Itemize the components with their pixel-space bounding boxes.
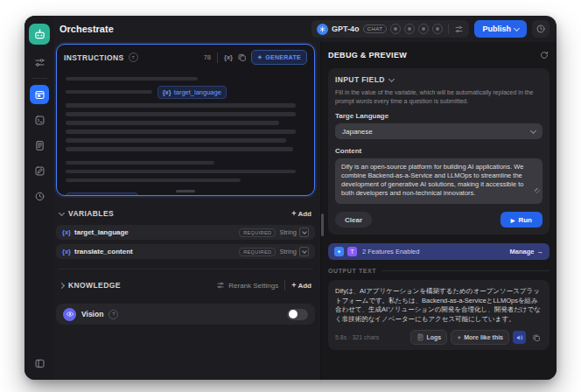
variable-type-label: String xyxy=(279,228,297,236)
variable-icon: {x} xyxy=(163,88,172,96)
scrollbar-thumb[interactable] xyxy=(321,214,324,236)
speaker-icon[interactable] xyxy=(513,331,526,344)
arrow-right-icon: → xyxy=(537,248,544,256)
vision-eye-icon xyxy=(63,308,76,321)
variable-row-translate-content[interactable]: {x} translate_content REQUIRED String xyxy=(56,244,315,259)
type-dropdown-icon xyxy=(299,247,309,256)
orchestrate-pane: INSTRUCTIONS ? 78 {x} xyxy=(54,42,320,380)
model-mode-badge: CHAT xyxy=(363,24,388,33)
required-badge: REQUIRED xyxy=(239,228,276,237)
rail-item-history-clock-icon[interactable] xyxy=(30,186,49,206)
generate-button[interactable]: ✦ GENERATE xyxy=(251,50,307,65)
content-area: INSTRUCTIONS ? 78 {x} xyxy=(54,42,556,380)
screenshot-stage: Orchestrate GPT-4o CHAT xyxy=(0,0,581,392)
redacted-text-line xyxy=(66,147,293,151)
plus-icon: + xyxy=(291,210,296,217)
rail-divider xyxy=(32,78,47,79)
variables-title: VARIABLES xyxy=(68,209,114,218)
content-textarea[interactable]: Dify is an open-source platform for buil… xyxy=(335,158,542,204)
output-text: Difyは、AIアプリケーションを構築するためのオープンソースプラットフォームで… xyxy=(335,287,542,324)
redacted-text-line xyxy=(66,178,241,183)
output-card: Difyは、AIアプリケーションを構築するためのオープンソースプラットフォームで… xyxy=(328,280,550,350)
more-like-this-label: More like this xyxy=(464,334,503,340)
rail-item-api-access[interactable] xyxy=(30,110,49,130)
output-footer: 5.8s · 321 chars Logs ✦ More like this xyxy=(335,330,542,345)
input-field-header[interactable]: INPUT FIELD xyxy=(335,75,542,84)
run-button[interactable]: ▶ Run xyxy=(500,212,542,228)
output-meta: 5.8s · 321 chars xyxy=(335,334,407,340)
publish-button[interactable]: Publish xyxy=(474,20,527,38)
app-window: Orchestrate GPT-4o CHAT xyxy=(24,16,556,380)
plus-icon: + xyxy=(291,282,296,289)
section-divider xyxy=(58,269,313,270)
resize-drag-handle[interactable] xyxy=(176,190,195,192)
textarea-resize-grip[interactable] xyxy=(535,188,540,193)
instructions-editor[interactable]: INSTRUCTIONS ? 78 {x} xyxy=(56,44,315,196)
capability-badge-icon xyxy=(404,24,415,34)
redacted-text-line xyxy=(66,161,214,165)
model-params-sliders-icon[interactable] xyxy=(454,24,464,34)
header-divider xyxy=(284,280,285,290)
language-select[interactable]: Japanese xyxy=(335,123,542,139)
sparkle-icon: ✦ xyxy=(457,334,461,340)
rail-item-annotation[interactable] xyxy=(30,161,49,180)
copy-icon[interactable] xyxy=(237,52,247,62)
manage-features-button[interactable]: Manage → xyxy=(510,248,543,256)
collapse-panel-icon[interactable] xyxy=(30,354,49,373)
redacted-text-line xyxy=(66,170,296,174)
model-selector[interactable]: GPT-4o CHAT xyxy=(312,20,469,38)
play-icon: ▶ xyxy=(511,217,515,223)
instructions-body[interactable]: {x} target_language xyxy=(57,68,314,195)
output-section-header: OUTPUT TEXT xyxy=(328,268,550,274)
chevron-down-icon xyxy=(530,127,536,133)
variable-type-label: String xyxy=(279,248,297,256)
vision-toggle[interactable] xyxy=(287,309,308,320)
rail-item-orchestrate[interactable] xyxy=(30,85,49,104)
debug-header: DEBUG & PREVIEW xyxy=(328,49,550,61)
add-variable-button[interactable]: + Add xyxy=(291,210,312,218)
more-like-this-button[interactable]: ✦ More like this xyxy=(451,330,509,345)
input-field-title: INPUT FIELD xyxy=(335,75,385,84)
insert-variable-icon[interactable]: {x} xyxy=(224,53,233,61)
variable-type-dropdown[interactable]: String xyxy=(279,228,309,237)
copy-icon[interactable] xyxy=(529,331,542,344)
header-divider xyxy=(217,52,218,63)
form-actions: Clear ▶ Run xyxy=(335,212,542,228)
variable-chip-translate-content[interactable]: {x} translate_content xyxy=(66,192,138,195)
type-dropdown-icon xyxy=(299,228,309,237)
rail-item-logs[interactable] xyxy=(30,136,49,155)
capability-badge-icon xyxy=(418,24,429,34)
variable-chip-label: target_language xyxy=(174,88,221,96)
add-knowledge-button[interactable]: + Add xyxy=(291,282,312,290)
version-history-button[interactable] xyxy=(532,20,550,38)
page-title: Orchestrate xyxy=(60,24,306,34)
content-field-label: Content xyxy=(335,147,542,155)
variable-icon: {x} xyxy=(62,248,71,256)
variable-chip-target-language[interactable]: {x} target_language xyxy=(158,86,227,99)
refresh-icon[interactable] xyxy=(539,50,550,60)
variable-row-target-language[interactable]: {x} target_language REQUIRED String xyxy=(56,225,315,240)
app-logo-robot-icon[interactable] xyxy=(29,24,50,45)
variable-type-dropdown[interactable]: String xyxy=(279,247,309,256)
output-header-rule xyxy=(382,270,550,271)
input-field-card: INPUT FIELD Fill in the value of the var… xyxy=(328,68,550,234)
language-select-value: Japanese xyxy=(342,128,373,136)
chevron-down-icon xyxy=(388,75,395,81)
openai-model-icon xyxy=(317,24,328,35)
output-title: OUTPUT TEXT xyxy=(328,268,376,274)
variables-header[interactable]: VARIABLES + Add xyxy=(56,206,315,220)
variable-name: translate_content xyxy=(74,248,235,256)
knowledge-header[interactable]: KNOWLEDGE Rerank Settings + Add xyxy=(56,278,315,292)
capability-badge-icon xyxy=(432,24,443,34)
tune-sliders-icon[interactable] xyxy=(30,52,49,72)
chevron-down-icon xyxy=(514,24,520,31)
logs-button[interactable]: Logs xyxy=(410,330,448,345)
feature-sparkle-icon: ✦ xyxy=(334,247,344,256)
features-enabled-bar[interactable]: ✦ T 2 Features Enabled Manage → xyxy=(328,243,550,260)
help-icon: ? xyxy=(108,310,118,319)
rerank-settings-button[interactable]: Rerank Settings xyxy=(216,281,278,290)
features-count-label: 2 Features Enabled xyxy=(362,248,507,256)
topbar: Orchestrate GPT-4o CHAT xyxy=(54,16,556,42)
clear-button[interactable]: Clear xyxy=(335,212,372,228)
run-label: Run xyxy=(518,216,532,224)
